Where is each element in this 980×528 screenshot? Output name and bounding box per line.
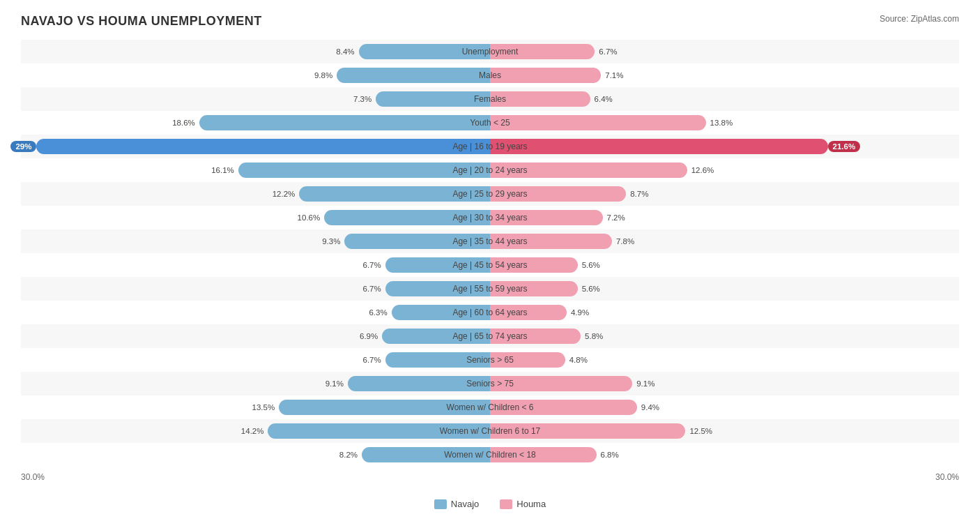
bar-left-value: 16.1%: [211, 166, 238, 174]
table-row: 12.2%8.7%Age | 25 to 29 years: [21, 182, 959, 206]
axis-row: 30.0% 30.0%: [21, 467, 959, 493]
bar-right-value: 7.1%: [601, 71, 623, 80]
table-row: 6.7%5.6%Age | 55 to 59 years: [21, 277, 959, 301]
bar-left-value: 12.2%: [273, 190, 300, 198]
bar-right-value: 8.7%: [626, 190, 648, 198]
houma-label: Houma: [516, 499, 546, 509]
table-row: 29%21.6%Age | 16 to 19 years: [21, 135, 959, 158]
table-row: 9.8%7.1%Males: [21, 63, 959, 87]
bar-left-value: 6.7%: [362, 285, 385, 293]
bar-left-value: 8.2%: [339, 451, 362, 459]
bar-left-value: 7.3%: [353, 95, 376, 103]
table-row: 14.2%12.5%Women w/ Children 6 to 17: [21, 419, 959, 443]
bar-right-value: 7.8%: [612, 237, 634, 246]
chart-title: NAVAJO VS HOUMA UNEMPLOYMENT: [21, 14, 262, 29]
bar-right-value: 5.8%: [581, 332, 603, 340]
bar-right-value: 21.6%: [828, 141, 861, 152]
bar-left-value: 18.6%: [172, 119, 199, 127]
bar-right-value: 6.7%: [595, 47, 617, 56]
bar-left-value: 13.5%: [252, 403, 280, 412]
bar-right-value: 12.6%: [687, 166, 714, 174]
bar-left-value: 29%: [10, 141, 36, 152]
table-row: 7.3%6.4%Females: [21, 87, 959, 111]
bar-right-value: 6.8%: [597, 451, 619, 459]
table-row: 16.1%12.6%Age | 20 to 24 years: [21, 158, 959, 182]
legend: Navajo Houma: [21, 499, 959, 509]
bar-right-value: 12.5%: [685, 427, 712, 435]
bar-right-value: 13.8%: [706, 119, 733, 127]
bar-right-value: 4.8%: [565, 356, 588, 364]
chart-header: NAVAJO VS HOUMA UNEMPLOYMENT Source: Zip…: [21, 14, 959, 29]
bar-right-value: 5.6%: [578, 261, 600, 269]
bar-left-value: 10.6%: [298, 213, 325, 222]
bar-left-value: 9.1%: [326, 379, 348, 388]
table-row: 6.7%4.8%Seniors > 65: [21, 348, 959, 372]
table-row: 6.7%5.6%Age | 45 to 54 years: [21, 253, 959, 277]
houma-color-swatch: [500, 499, 512, 509]
bar-right-value: 9.1%: [632, 379, 654, 388]
bar-right-value: 5.6%: [578, 285, 600, 293]
table-row: 10.6%7.2%Age | 30 to 34 years: [21, 206, 959, 229]
bar-right-value: 4.9%: [567, 308, 589, 317]
table-row: 13.5%9.4%Women w/ Children < 6: [21, 395, 959, 419]
table-row: 8.4%6.7%Unemployment: [21, 40, 959, 63]
bar-left-value: 8.4%: [336, 47, 358, 56]
bar-left-value: 6.7%: [362, 261, 385, 269]
table-row: 18.6%13.8%Youth < 25: [21, 111, 959, 135]
table-row: 9.3%7.8%Age | 35 to 44 years: [21, 229, 959, 253]
navajo-color-swatch: [434, 499, 447, 509]
bar-right-value: 9.4%: [637, 403, 659, 412]
axis-left: 30.0%: [21, 472, 45, 482]
bar-left-value: 9.3%: [322, 237, 344, 246]
legend-houma: Houma: [500, 499, 546, 509]
rows-container: 8.4%6.7%Unemployment9.8%7.1%Males7.3%6.4…: [21, 40, 959, 467]
chart-source: Source: ZipAtlas.com: [880, 14, 959, 24]
legend-navajo: Navajo: [434, 499, 479, 509]
bar-left-value: 6.3%: [369, 308, 391, 317]
navajo-label: Navajo: [451, 499, 479, 509]
table-row: 9.1%9.1%Seniors > 75: [21, 372, 959, 395]
bar-right-value: 7.2%: [603, 213, 625, 222]
table-row: 8.2%6.8%Women w/ Children < 18: [21, 443, 959, 467]
bar-left-value: 6.7%: [362, 356, 385, 364]
bar-left-value: 6.9%: [360, 332, 382, 340]
axis-right: 30.0%: [935, 472, 959, 482]
bar-left-value: 9.8%: [314, 71, 337, 80]
table-row: 6.3%4.9%Age | 60 to 64 years: [21, 301, 959, 324]
table-row: 6.9%5.8%Age | 65 to 74 years: [21, 324, 959, 348]
chart-container: NAVAJO VS HOUMA UNEMPLOYMENT Source: Zip…: [0, 0, 980, 528]
bar-right-value: 6.4%: [590, 95, 613, 103]
bar-left-value: 14.2%: [241, 427, 268, 435]
